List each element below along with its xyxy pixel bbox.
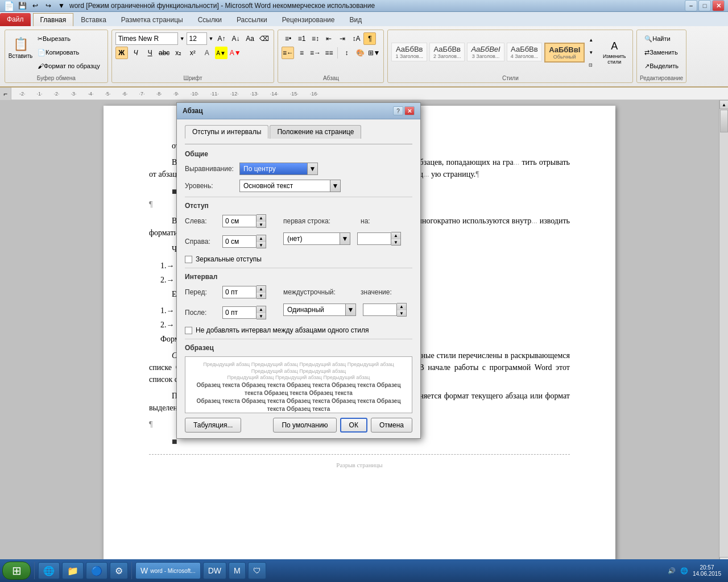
taskbar-explorer[interactable]: 📁: [62, 562, 84, 579]
select-button[interactable]: ↗ Выделить: [640, 60, 682, 72]
paste-button[interactable]: 📋 Вставить: [9, 32, 32, 63]
dialog-close-button[interactable]: ✕: [404, 106, 415, 115]
cancel-button[interactable]: Отмена: [371, 418, 412, 433]
file-tab[interactable]: Файл: [0, 13, 31, 26]
find-button[interactable]: 🔍 Найти: [640, 32, 674, 45]
after-value[interactable]: 0 пт: [222, 306, 257, 319]
taskbar-app4[interactable]: ⚙: [110, 562, 128, 579]
first-line-selector[interactable]: (нет) ▼: [283, 232, 350, 245]
close-button[interactable]: ✕: [712, 0, 725, 11]
justify-btn[interactable]: ≡≡: [322, 47, 335, 59]
before-down[interactable]: ▼: [257, 292, 266, 298]
left-up[interactable]: ▲: [257, 215, 266, 221]
align-center-btn[interactable]: ≡: [295, 47, 308, 59]
borders-btn[interactable]: ⊞▼: [367, 47, 380, 59]
ruler-corner[interactable]: ⌐: [0, 88, 11, 100]
line-spacing-btn[interactable]: ↕: [340, 47, 353, 59]
subscript-btn[interactable]: x₂: [172, 47, 185, 59]
right-spinner[interactable]: 0 см ▲ ▼: [222, 235, 266, 248]
dialog-tab-position[interactable]: Положение на странице: [270, 125, 361, 139]
dialog-tab-indent[interactable]: Отступы и интервалы: [185, 125, 268, 139]
before-spinner[interactable]: 0 пт ▲ ▼: [222, 285, 266, 299]
customize-quick-btn[interactable]: ▼: [56, 0, 67, 11]
spacing-value-spinner[interactable]: ▲ ▼: [363, 303, 407, 317]
font-name-dropdown[interactable]: ▼: [180, 36, 185, 41]
right-down[interactable]: ▼: [257, 242, 266, 248]
multilevel-btn[interactable]: ≡↕: [309, 32, 321, 45]
show-marks-btn[interactable]: ¶: [363, 32, 376, 45]
font-name-selector[interactable]: Times New R: [115, 32, 178, 45]
line-spacing-selector[interactable]: Одинарный ▼: [283, 304, 356, 316]
taskbar-word[interactable]: W word - Microsoft...: [135, 562, 201, 579]
right-up[interactable]: ▲: [257, 235, 266, 242]
strikethrough-btn[interactable]: abc: [158, 47, 171, 59]
start-button[interactable]: ⊞: [2, 562, 31, 580]
clear-format-btn[interactable]: ⌫: [258, 32, 270, 45]
taskbar-chrome[interactable]: 🔵: [86, 562, 107, 579]
dialog-help-button[interactable]: ?: [393, 106, 403, 115]
taskbar-shield[interactable]: 🛡: [248, 562, 266, 579]
after-up[interactable]: ▲: [257, 306, 266, 313]
sv-down[interactable]: ▼: [397, 310, 406, 316]
numbering-btn[interactable]: ≡1: [295, 32, 308, 45]
align-selector[interactable]: По центру ▼: [239, 163, 318, 175]
tab-mailings[interactable]: Рассылки: [229, 13, 275, 26]
tab-insert[interactable]: Вставка: [73, 13, 114, 26]
style-heading3[interactable]: АаБбВеI 3 Заголов...: [467, 43, 504, 61]
after-down[interactable]: ▼: [257, 313, 266, 319]
format-painter-button[interactable]: 🖌 Формат по образцу: [34, 60, 104, 72]
styles-scroll-down[interactable]: ▼: [585, 46, 597, 59]
no-interval-checkbox[interactable]: [185, 327, 192, 334]
sort-btn[interactable]: ↕A: [350, 32, 362, 45]
align-right-btn[interactable]: ≡→: [309, 47, 321, 59]
copy-button[interactable]: 📄 Копировать: [34, 46, 104, 59]
ok-button[interactable]: ОК: [340, 418, 367, 433]
tab-references[interactable]: Ссылки: [191, 13, 229, 26]
save-quick-btn[interactable]: 💾: [16, 0, 28, 11]
on-value[interactable]: [357, 232, 391, 245]
spacing-value[interactable]: [363, 304, 397, 316]
sv-up[interactable]: ▲: [397, 304, 406, 310]
align-value[interactable]: По центру: [239, 163, 308, 175]
tab-layout[interactable]: Разметка страницы: [114, 13, 191, 26]
taskbar-m[interactable]: M: [229, 562, 246, 579]
styles-scroll-up[interactable]: ▲: [585, 34, 597, 46]
on-up[interactable]: ▲: [391, 232, 400, 239]
fill-color-btn[interactable]: 🎨: [354, 47, 366, 59]
increase-indent-btn[interactable]: ⇥: [336, 32, 349, 45]
first-line-value[interactable]: (нет): [283, 232, 340, 245]
before-value[interactable]: 0 пт: [222, 286, 257, 298]
on-spinner[interactable]: ▲ ▼: [357, 232, 401, 246]
line-spacing-value[interactable]: Одинарный: [283, 304, 346, 316]
mirror-checkbox[interactable]: [185, 256, 192, 263]
font-size-dropdown[interactable]: ▼: [209, 36, 214, 41]
scroll-thumb[interactable]: [720, 110, 728, 132]
change-case-btn[interactable]: Aa: [243, 32, 256, 45]
maximize-button[interactable]: □: [698, 0, 711, 11]
decrease-indent-btn[interactable]: ⇤: [322, 32, 335, 45]
style-normal[interactable]: АаБбВвI Обычный: [544, 43, 585, 63]
after-spinner[interactable]: 0 пт ▲ ▼: [222, 306, 266, 319]
font-size-selector[interactable]: 12: [187, 32, 207, 45]
tab-view[interactable]: Вид: [342, 13, 369, 26]
decrease-font-btn[interactable]: A↓: [229, 32, 242, 45]
default-button[interactable]: По умолчанию: [273, 418, 336, 433]
before-up[interactable]: ▲: [257, 286, 266, 292]
change-styles-button[interactable]: A Изменить стили: [599, 37, 629, 68]
left-down[interactable]: ▼: [257, 221, 266, 227]
level-value[interactable]: Основной текст: [239, 180, 330, 192]
align-arrow[interactable]: ▼: [308, 163, 318, 175]
line-spacing-arrow[interactable]: ▼: [346, 304, 356, 316]
scroll-track[interactable]: [719, 109, 728, 557]
cut-button[interactable]: ✂ Вырезать: [34, 32, 104, 45]
style-heading2[interactable]: АаБбВв 2 Заголов...: [429, 43, 465, 61]
left-value[interactable]: 0 см: [222, 215, 257, 227]
tab-button[interactable]: Табуляция...: [185, 418, 241, 433]
superscript-btn[interactable]: x²: [187, 47, 199, 59]
highlight-color-btn[interactable]: A▼: [215, 47, 228, 59]
first-line-arrow[interactable]: ▼: [340, 232, 350, 245]
increase-font-btn[interactable]: A↑: [215, 32, 228, 45]
level-arrow[interactable]: ▼: [330, 180, 341, 192]
taskbar-dw[interactable]: DW: [203, 562, 226, 579]
taskbar-ie[interactable]: 🌐: [38, 562, 60, 579]
